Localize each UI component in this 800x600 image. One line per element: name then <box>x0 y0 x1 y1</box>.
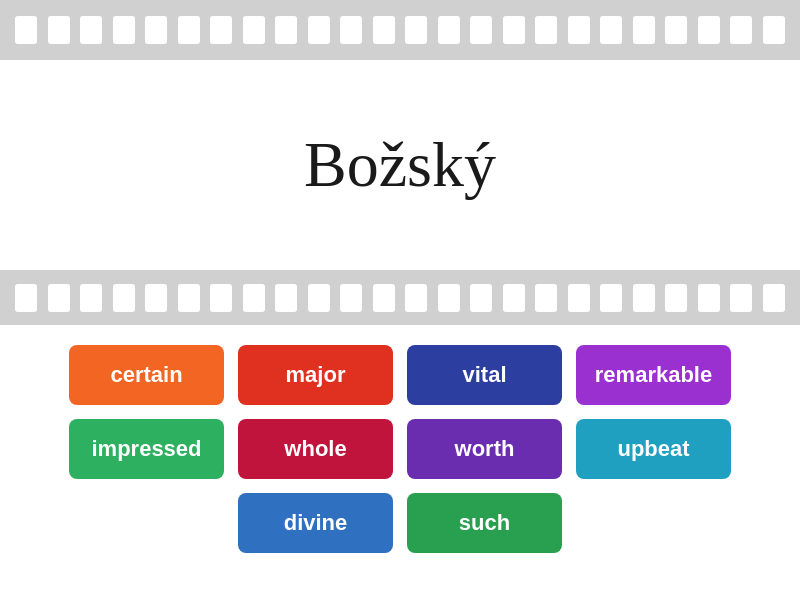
word-row-1: impressedwholeworthupbeat <box>69 419 731 479</box>
film-hole <box>665 16 687 44</box>
film-hole <box>470 16 492 44</box>
film-hole <box>633 16 655 44</box>
film-hole <box>210 16 232 44</box>
film-hole <box>763 16 785 44</box>
film-hole <box>373 16 395 44</box>
words-area: certainmajorvitalremarkableimpressedwhol… <box>0 325 800 563</box>
film-hole <box>275 284 297 312</box>
film-hole <box>80 16 102 44</box>
film-hole <box>145 284 167 312</box>
film-hole <box>243 16 265 44</box>
film-hole <box>600 284 622 312</box>
word-impressed[interactable]: impressed <box>69 419 224 479</box>
word-row-0: certainmajorvitalremarkable <box>69 345 731 405</box>
film-hole <box>113 16 135 44</box>
film-hole <box>438 16 460 44</box>
film-hole <box>535 284 557 312</box>
film-hole <box>470 284 492 312</box>
word-such[interactable]: such <box>407 493 562 553</box>
film-strip-top <box>0 0 800 60</box>
word-row-2: divinesuch <box>238 493 562 553</box>
film-hole <box>15 16 37 44</box>
film-hole <box>600 16 622 44</box>
film-hole <box>665 284 687 312</box>
film-hole <box>503 284 525 312</box>
film-hole <box>210 284 232 312</box>
film-hole <box>730 284 752 312</box>
film-hole <box>535 16 557 44</box>
word-whole[interactable]: whole <box>238 419 393 479</box>
film-hole <box>243 284 265 312</box>
film-hole <box>633 284 655 312</box>
film-hole <box>405 284 427 312</box>
page-title: Božský <box>304 128 496 202</box>
film-hole <box>373 284 395 312</box>
word-vital[interactable]: vital <box>407 345 562 405</box>
film-hole <box>308 16 330 44</box>
film-hole <box>698 284 720 312</box>
film-hole <box>80 284 102 312</box>
film-hole <box>405 16 427 44</box>
film-hole <box>48 284 70 312</box>
word-remarkable[interactable]: remarkable <box>576 345 731 405</box>
film-hole <box>113 284 135 312</box>
film-hole <box>178 284 200 312</box>
film-hole <box>340 284 362 312</box>
film-hole <box>275 16 297 44</box>
film-hole <box>438 284 460 312</box>
film-hole <box>503 16 525 44</box>
film-hole <box>763 284 785 312</box>
film-hole <box>568 16 590 44</box>
film-strip-bottom <box>0 270 800 325</box>
film-hole <box>145 16 167 44</box>
word-worth[interactable]: worth <box>407 419 562 479</box>
film-hole <box>178 16 200 44</box>
film-hole <box>568 284 590 312</box>
main-content: Božský <box>0 60 800 270</box>
film-hole <box>730 16 752 44</box>
film-hole <box>308 284 330 312</box>
word-upbeat[interactable]: upbeat <box>576 419 731 479</box>
word-major[interactable]: major <box>238 345 393 405</box>
word-divine[interactable]: divine <box>238 493 393 553</box>
film-hole <box>698 16 720 44</box>
film-hole <box>48 16 70 44</box>
film-hole <box>340 16 362 44</box>
film-hole <box>15 284 37 312</box>
word-certain[interactable]: certain <box>69 345 224 405</box>
